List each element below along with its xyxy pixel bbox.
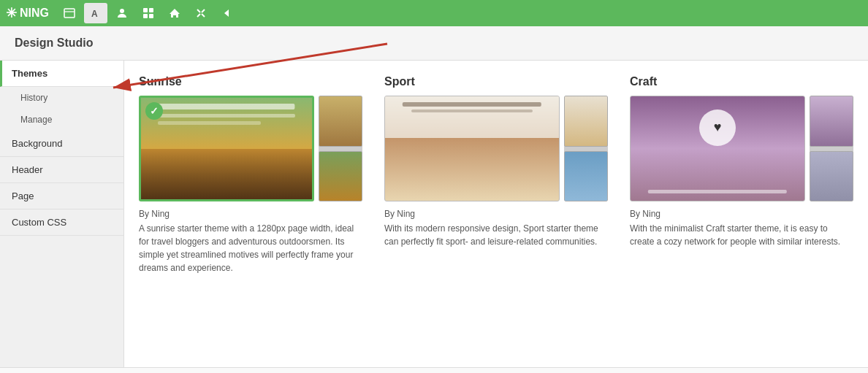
sidebar-item-custom-css[interactable]: Custom CSS <box>0 209 123 236</box>
svg-text:A: A <box>91 9 98 19</box>
theme-desc-craft: With the minimalist Craft starter theme,… <box>630 222 853 248</box>
tools-icon[interactable] <box>189 3 213 23</box>
sidebar-item-background[interactable]: Background <box>0 131 123 157</box>
svg-point-5 <box>120 9 124 13</box>
svg-rect-9 <box>149 14 153 18</box>
theme-previews-sport <box>384 96 608 201</box>
main-layout: Themes History Manage Background Header … <box>0 61 868 367</box>
theme-thumb2-sunrise[interactable] <box>319 151 362 202</box>
content-area: Sunrise ✓ <box>124 61 868 367</box>
svg-rect-6 <box>143 8 148 12</box>
theme-desc-sunrise: A sunrise starter theme with a 1280px pa… <box>139 222 362 274</box>
svg-rect-2 <box>64 9 75 18</box>
collapse-icon[interactable] <box>216 3 239 23</box>
themes-grid: Sunrise ✓ <box>139 75 853 274</box>
page-wrapper: ✳ NING A <box>0 0 868 373</box>
theme-by-sunrise: By Ning <box>139 209 362 219</box>
theme-secondary-previews-sunrise <box>319 96 362 201</box>
sidebar-item-manage-label: Manage <box>20 115 52 125</box>
logo-text: NING <box>20 7 49 20</box>
sidebar-item-header[interactable]: Header <box>0 157 123 183</box>
home-icon[interactable] <box>163 3 186 23</box>
theme-secondary-previews-sport <box>564 96 608 201</box>
theme-thumb1-sport[interactable] <box>564 96 608 147</box>
theme-title-sunrise: Sunrise <box>139 75 362 88</box>
sidebar-item-themes-label: Themes <box>12 68 47 79</box>
ning-logo: ✳ NING <box>6 5 49 21</box>
sidebar-item-background-label: Background <box>12 138 62 149</box>
theme-card-sport: Sport By Ning With its modern r <box>384 75 608 274</box>
theme-card-sunrise: Sunrise ✓ <box>139 75 362 274</box>
sidebar-item-history-label: History <box>20 93 47 103</box>
theme-previews-craft: ♥ <box>630 96 853 201</box>
theme-title-craft: Craft <box>630 75 853 88</box>
theme-desc-sport: With its modern responsive design, Sport… <box>384 222 608 248</box>
theme-thumb1-sunrise[interactable] <box>319 96 362 147</box>
theme-thumb2-craft[interactable] <box>810 151 853 202</box>
logo-asterisk: ✳ <box>6 5 17 21</box>
browser-icon[interactable] <box>58 3 81 23</box>
analytics-icon[interactable]: A <box>84 3 107 23</box>
theme-by-craft: By Ning <box>630 209 853 219</box>
sidebar-item-page[interactable]: Page <box>0 183 123 209</box>
sidebar-item-manage[interactable]: Manage <box>0 109 123 131</box>
theme-main-preview-sunrise[interactable]: ✓ <box>139 96 314 201</box>
page-title: Design Studio <box>15 36 94 49</box>
svg-rect-8 <box>143 14 148 18</box>
theme-main-preview-sport[interactable] <box>384 96 560 201</box>
theme-secondary-previews-craft <box>810 96 853 201</box>
sidebar-item-history[interactable]: History <box>0 87 123 109</box>
sidebar-item-custom-css-label: Custom CSS <box>12 217 66 228</box>
sidebar-item-themes[interactable]: Themes <box>0 61 123 87</box>
theme-by-sport: By Ning <box>384 209 608 219</box>
theme-main-preview-craft[interactable]: ♥ <box>630 96 805 201</box>
sidebar-item-page-label: Page <box>12 191 34 201</box>
theme-title-sport: Sport <box>384 75 608 88</box>
page-header: Design Studio <box>0 26 868 61</box>
svg-marker-10 <box>224 9 229 17</box>
top-navbar: ✳ NING A <box>0 0 868 26</box>
selected-checkmark: ✓ <box>145 102 163 120</box>
theme-card-craft: Craft ♥ By Ning With the minimalist Craf… <box>630 75 853 274</box>
people-icon[interactable] <box>110 3 134 23</box>
apps-icon[interactable] <box>137 3 160 23</box>
svg-rect-7 <box>149 8 153 12</box>
theme-thumb2-sport[interactable] <box>564 151 608 202</box>
sidebar-item-header-label: Header <box>12 164 43 175</box>
bottom-bar: This is a live preview! Your members won… <box>0 367 868 373</box>
theme-thumb1-craft[interactable] <box>810 96 853 147</box>
theme-previews-sunrise: ✓ <box>139 96 362 201</box>
sidebar: Themes History Manage Background Header … <box>0 61 124 367</box>
